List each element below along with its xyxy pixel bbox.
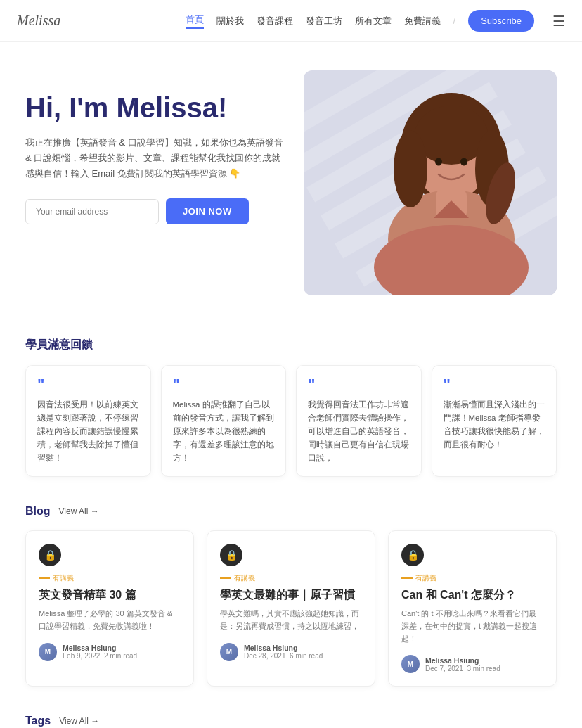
author-meta-3: Dec 7, 2021 3 min read xyxy=(425,665,500,672)
nav-link-free[interactable]: 免費講義 xyxy=(404,15,441,27)
hero-title: Hi, I'm Melissa! xyxy=(25,91,290,124)
testimonial-text-2: Melissa 的課推翻了自己以前的發音方式，讓我了解到原來許多本以為很熟練的字… xyxy=(173,398,275,465)
author-avatar-1: M xyxy=(39,643,57,661)
testimonial-card-3: " 我覺得回音法工作坊非常適合老師們實際去體驗操作，可以增進自己的英語發音，同時… xyxy=(296,365,422,477)
blog-card-3[interactable]: 🔒 有講義 Can 和 Can't 怎麼分？ Can't 的 t 不用唸出來嗎？… xyxy=(388,530,557,687)
blog-post-title-2: 學英文最難的事｜原子習慣 xyxy=(220,587,362,603)
lock-icon-3: 🔒 xyxy=(407,549,419,561)
tags-view-all[interactable]: View All → xyxy=(59,716,99,726)
author-name-1: Melissa Hsiung xyxy=(63,644,137,652)
quote-icon-1: " xyxy=(37,377,139,392)
blog-card-2[interactable]: 🔒 有講義 學英文最難的事｜原子習慣 學英文難嗎，其實不應該強起她知識，而是：另… xyxy=(207,530,375,687)
author-avatar-3: M xyxy=(401,655,420,673)
nav-link-about[interactable]: 關於我 xyxy=(216,15,244,27)
hero-section: Hi, I'm Melissa! 我正在推廣【英語發音 & 口說學習】知識，如果… xyxy=(0,42,582,317)
testimonial-text-1: 因音法很受用！以前練英文總是立刻跟著說，不停練習課程內容反而讓錯誤慢慢累積，老師… xyxy=(37,398,139,465)
site-logo: Melissa xyxy=(17,13,60,29)
blog-post-title-1: 英文發音精華 30 篇 xyxy=(39,587,181,603)
testimonials-grid: " 因音法很受用！以前練英文總是立刻跟著說，不停練習課程內容反而讓錯誤慢慢累積，… xyxy=(25,365,557,477)
author-avatar-2: M xyxy=(220,643,238,661)
testimonial-text-4: 漸漸易懂而且深入淺出的一門課！Melissa 老師指導發音技巧讓我很快能易了解，… xyxy=(444,398,545,452)
nav-links: 首頁 關於我 發音課程 發音工坊 所有文章 免費講義 / Subscribe ☰ xyxy=(186,10,565,32)
nav-link-articles[interactable]: 所有文章 xyxy=(355,15,392,27)
svg-point-9 xyxy=(394,130,427,207)
quote-icon-4: " xyxy=(444,377,545,392)
blog-tag-3: 有講義 xyxy=(401,573,543,583)
subscribe-button[interactable]: Subscribe xyxy=(468,10,534,32)
blog-header: Blog View All → xyxy=(25,505,557,518)
blog-icon-2: 🔒 xyxy=(220,544,242,566)
blog-tag-1: 有講義 xyxy=(39,573,181,583)
blog-post-title-3: Can 和 Can't 怎麼分？ xyxy=(401,587,543,603)
blog-card-1[interactable]: 🔒 有講義 英文發音精華 30 篇 Melissa 整理了必學的 30 篇英文發… xyxy=(25,530,194,687)
author-name-2: Melissa Hsiung xyxy=(244,644,323,652)
blog-grid: 🔒 有講義 英文發音精華 30 篇 Melissa 整理了必學的 30 篇英文發… xyxy=(25,530,557,687)
svg-point-8 xyxy=(460,158,467,166)
blog-view-all[interactable]: View All → xyxy=(59,506,99,516)
blog-title: Blog xyxy=(25,505,51,518)
quote-icon-2: " xyxy=(173,377,275,392)
author-name-3: Melissa Hsiung xyxy=(425,656,500,665)
blog-excerpt-3: Can't 的 t 不用唸出來嗎？來看看它們最深差，在句中的捉實，t 戴講義一起… xyxy=(401,608,543,645)
testimonial-card-2: " Melissa 的課推翻了自己以前的發音方式，讓我了解到原來許多本以為很熟練… xyxy=(161,365,287,477)
nav-divider: / xyxy=(453,15,456,26)
hero-form: JOIN NOW xyxy=(25,198,290,224)
tags-section: Tags View All → 🎧 英文學習 9+ 👤 會員限定 5+ 📄 有講… xyxy=(0,708,582,728)
testimonials-title: 學員滿意回饋 xyxy=(25,338,557,352)
nav-link-workshop[interactable]: 發音工坊 xyxy=(306,15,342,27)
navbar: Melissa 首頁 關於我 發音課程 發音工坊 所有文章 免費講義 / Sub… xyxy=(0,0,582,42)
blog-excerpt-2: 學英文難嗎，其實不應該強起她知識，而是：另流再費成習慣，持之以恆地練習， xyxy=(220,608,362,632)
person-illustration xyxy=(353,77,550,295)
email-input[interactable] xyxy=(25,199,159,224)
testimonials-section: 學員滿意回饋 " 因音法很受用！以前練英文總是立刻跟著說，不停練習課程內容反而讓… xyxy=(0,317,582,498)
nav-link-course[interactable]: 發音課程 xyxy=(257,15,293,27)
blog-section: Blog View All → 🔒 有講義 英文發音精華 30 篇 Meliss… xyxy=(0,498,582,708)
blog-excerpt-1: Melissa 整理了必學的 30 篇英文發音 & 口說學習精義，免費先收講義啦… xyxy=(39,608,181,632)
lock-icon-2: 🔒 xyxy=(226,549,238,561)
testimonial-card-4: " 漸漸易懂而且深入淺出的一門課！Melissa 老師指導發音技巧讓我很快能易了… xyxy=(432,365,557,477)
hero-description: 我正在推廣【英語發音 & 口說學習】知識，如果你也為英語發音 & 口說煩惱，希望… xyxy=(25,135,290,181)
blog-tag-2: 有講義 xyxy=(220,573,362,583)
author-meta-2: Dec 28, 2021 6 min read xyxy=(244,652,323,660)
quote-icon-3: " xyxy=(308,377,410,392)
blog-icon-3: 🔒 xyxy=(401,544,424,566)
hero-content: Hi, I'm Melissa! 我正在推廣【英語發音 & 口說學習】知識，如果… xyxy=(25,70,290,224)
tags-header: Tags View All → xyxy=(25,715,557,727)
hamburger-icon[interactable]: ☰ xyxy=(552,13,565,30)
blog-icon-1: 🔒 xyxy=(39,544,61,566)
tags-title: Tags xyxy=(25,715,51,727)
blog-author-2: M Melissa Hsiung Dec 28, 2021 6 min read xyxy=(220,643,362,661)
nav-link-home[interactable]: 首頁 xyxy=(186,13,204,29)
testimonial-text-3: 我覺得回音法工作坊非常適合老師們實際去體驗操作，可以增進自己的英語發音，同時讓自… xyxy=(308,398,410,465)
hero-image xyxy=(304,70,557,295)
blog-author-3: M Melissa Hsiung Dec 7, 2021 3 min read xyxy=(401,655,543,673)
lock-icon-1: 🔒 xyxy=(44,549,56,561)
svg-point-7 xyxy=(435,158,442,166)
blog-author-1: M Melissa Hsiung Feb 9, 2022 2 min read xyxy=(39,643,181,661)
join-now-button[interactable]: JOIN NOW xyxy=(166,198,249,224)
testimonial-card-1: " 因音法很受用！以前練英文總是立刻跟著說，不停練習課程內容反而讓錯誤慢慢累積，… xyxy=(25,365,151,477)
author-meta-1: Feb 9, 2022 2 min read xyxy=(63,652,137,660)
